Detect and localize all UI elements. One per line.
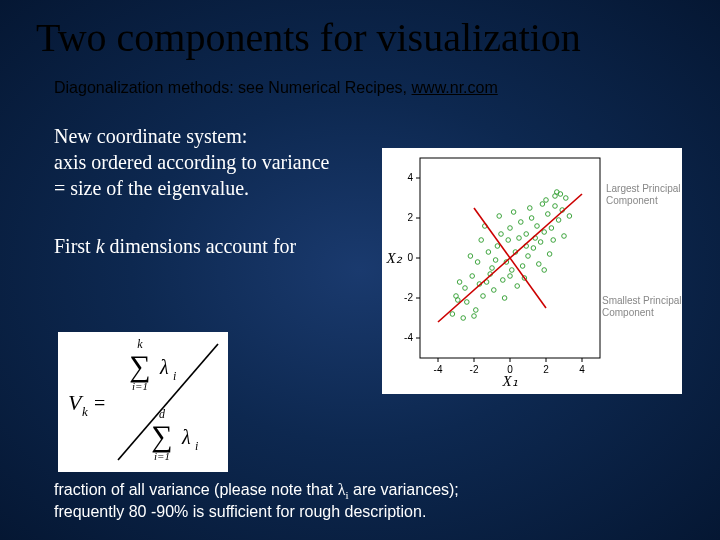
lambda-bot-sub: i (195, 439, 198, 453)
coord-line1: New coordinate system: (54, 125, 247, 147)
fraction-text-c: frequently 80 -90% is sufficient for rou… (54, 503, 426, 520)
sum-top-idx: i=1 (132, 380, 148, 392)
svg-text:4: 4 (407, 172, 413, 183)
coord-system-text: New coordinate system: axis ordered acco… (54, 123, 374, 201)
plot-xlabel: X₁ (501, 373, 517, 389)
fraction-text-a: fraction of all variance (please note th… (54, 481, 338, 498)
variance-fraction-formula: V k = k ∑ i=1 λ i d ∑ i=1 λ i (58, 332, 228, 472)
formula-Vk-sub: k (82, 404, 88, 419)
svg-text:-4: -4 (404, 332, 413, 343)
svg-text:0: 0 (407, 252, 413, 263)
firstk-suffix: dimensions account for (105, 235, 297, 257)
lambda-bot: λ (181, 426, 191, 448)
pca-scatter-plot: -4-2024-4-2024 X₁ X₂ Largest Principal C… (382, 148, 682, 394)
annot-smallest-a: Smallest Principal (602, 295, 681, 306)
svg-text:2: 2 (407, 212, 413, 223)
subtitle-link[interactable]: www.nr.com (412, 79, 498, 96)
plot-ylabel: X₂ (385, 250, 402, 266)
svg-text:4: 4 (579, 364, 585, 375)
coord-line3: = size of the eigenvalue. (54, 177, 249, 199)
lambda-top: λ (159, 356, 169, 378)
annot-largest-a: Largest Principal (606, 183, 680, 194)
sum-top-sigma: ∑ (129, 349, 150, 383)
subtitle-text: Diagonalization methods: see Numerical R… (54, 79, 412, 96)
firstk-prefix: First (54, 235, 96, 257)
lambda-top-sub: i (173, 369, 176, 383)
formula-eq: = (94, 392, 105, 414)
svg-text:-2: -2 (470, 364, 479, 375)
subtitle: Diagonalization methods: see Numerical R… (54, 79, 720, 97)
svg-text:2: 2 (543, 364, 549, 375)
fraction-description: fraction of all variance (please note th… (54, 480, 664, 523)
sum-bot-idx: i=1 (154, 450, 170, 462)
annot-largest-b: Component (606, 195, 658, 206)
annot-smallest-b: Component (602, 307, 654, 318)
svg-text:-4: -4 (434, 364, 443, 375)
svg-text:-2: -2 (404, 292, 413, 303)
sum-bot-sigma: ∑ (151, 419, 172, 453)
fraction-text-b: are variances); (349, 481, 459, 498)
coord-line2: axis ordered according to variance (54, 151, 329, 173)
firstk-k: k (96, 235, 105, 257)
page-title: Two components for visualization (36, 14, 720, 61)
